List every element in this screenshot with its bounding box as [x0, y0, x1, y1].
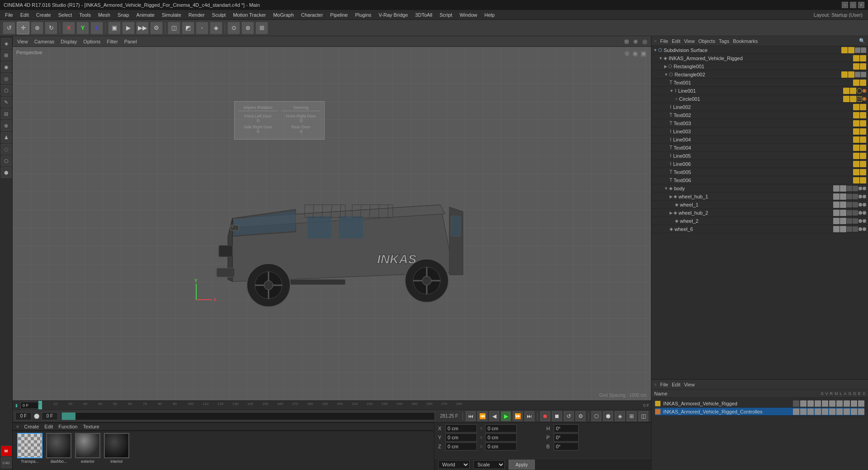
obj-row-text003[interactable]: T Text003: [651, 119, 868, 127]
menu-animate[interactable]: Animate: [133, 11, 158, 19]
obj-row-text005[interactable]: T Text005: [651, 168, 868, 176]
obj-menu-edit[interactable]: Edit: [672, 38, 680, 44]
obj-row-circle001[interactable]: ○ Circle001 ∅: [651, 95, 868, 103]
obj-arrow-subdivision[interactable]: ▼: [653, 48, 657, 52]
mat-thumb-interior[interactable]: interior: [103, 433, 130, 464]
obj-row-line005[interactable]: ⌇ Line005: [651, 152, 868, 160]
pb-goto-start[interactable]: ⏮: [466, 411, 476, 421]
left-icon-sculpt[interactable]: ◉: [1, 61, 12, 72]
vp-menu-cameras[interactable]: Cameras: [33, 38, 57, 45]
obj-row-line002[interactable]: ⌇ Line002: [651, 103, 868, 111]
pb-step-fwd[interactable]: ⏩: [513, 411, 523, 421]
menu-mesh[interactable]: Mesh: [95, 11, 113, 19]
vp-menu-view[interactable]: View: [15, 38, 30, 45]
obj-menu-view[interactable]: View: [684, 38, 695, 44]
pb-options[interactable]: ⚙: [576, 411, 585, 421]
menu-help[interactable]: Help: [481, 11, 498, 19]
obj-row-line001[interactable]: ▼ ⌇ Line001: [651, 87, 868, 95]
obj-row-inkas[interactable]: ▼ ◈ INKAS_Armored_Vehicle_Rigged: [651, 54, 868, 62]
rotate-tool-button[interactable]: ↻: [45, 22, 57, 34]
obj-arrow-inkas[interactable]: ▼: [659, 56, 663, 61]
coord-z-input2[interactable]: [485, 442, 517, 451]
menu-character[interactable]: Character: [298, 11, 326, 19]
menu-plugins[interactable]: Plugins: [352, 11, 374, 19]
pb-key3[interactable]: ◈: [615, 411, 625, 421]
pb-play[interactable]: ▶: [501, 411, 511, 421]
vp-icon-1[interactable]: ⊞: [623, 38, 630, 45]
hud-icon-2[interactable]: ◉: [632, 50, 638, 57]
undo-button[interactable]: ↺: [3, 22, 15, 34]
vp-menu-options[interactable]: Options: [81, 38, 102, 45]
edge-mode-btn[interactable]: ◩: [182, 22, 194, 34]
attr-menu-file[interactable]: File: [660, 382, 668, 387]
pb-key4[interactable]: ⊞: [627, 411, 637, 421]
pb-goto-end[interactable]: ⏭: [524, 411, 534, 421]
pb-start-frame[interactable]: [15, 412, 32, 420]
mat-thumb-exterior[interactable]: exterior: [74, 433, 101, 464]
render-settings-btn[interactable]: ⚙: [150, 22, 163, 34]
mat-menu-function[interactable]: Function: [58, 424, 77, 429]
obj-row-wheelhub1[interactable]: ▶ ◈ wheel_hub_1: [651, 193, 868, 201]
snap2-btn[interactable]: ⊕: [241, 22, 254, 34]
left-icon-model[interactable]: ◈: [1, 38, 12, 49]
pb-record[interactable]: ⏺: [540, 411, 550, 421]
coord-b-input[interactable]: [554, 442, 579, 451]
coord-y-input2[interactable]: [485, 433, 517, 442]
pb-scrubber[interactable]: [61, 412, 435, 420]
menu-file[interactable]: File: [2, 11, 16, 19]
obj-row-wheel6[interactable]: ◈ wheel_6: [651, 225, 868, 233]
y-axis-btn[interactable]: Y: [76, 22, 89, 34]
obj-row-wheelhub2[interactable]: ▶ ◈ wheel_hub_2: [651, 209, 868, 217]
obj-row-line006[interactable]: ⌇ Line006: [651, 160, 868, 168]
snap3-btn[interactable]: ⊞: [255, 22, 268, 34]
minimize-button[interactable]: −: [842, 2, 848, 8]
menu-simulate[interactable]: Simulate: [159, 11, 184, 19]
menu-render[interactable]: Render: [185, 11, 208, 19]
coord-p-input[interactable]: [554, 433, 579, 442]
menu-sculpt[interactable]: Sculpt: [209, 11, 229, 19]
left-icon-py[interactable]: ⬡: [1, 155, 12, 166]
obj-row-line003[interactable]: ⌇ Line003: [651, 127, 868, 136]
left-icon-sp[interactable]: ⊕: [1, 120, 12, 131]
menu-edit[interactable]: Edit: [17, 11, 32, 19]
z-axis-btn[interactable]: Z: [90, 22, 103, 34]
left-icon-maxon[interactable]: M: [1, 446, 12, 456]
obj-row-body[interactable]: ▼ ◈ body: [651, 184, 868, 193]
close-button[interactable]: ×: [858, 2, 864, 8]
obj-row-wheel1[interactable]: ◈ wheel_1: [651, 201, 868, 209]
vp-icon-2[interactable]: ⊕: [632, 38, 639, 45]
obj-menu-bookmarks[interactable]: Bookmarks: [733, 38, 758, 44]
left-icon-motion[interactable]: ◎: [1, 73, 12, 84]
mat-thumb-dashboard[interactable]: dashbo...: [45, 433, 72, 464]
mat-thumb-transparent[interactable]: Transpa...: [16, 433, 43, 464]
obj-row-rect001[interactable]: ▶ ⬡ Rectangle001: [651, 62, 868, 70]
hud-icon-1[interactable]: ⊕: [624, 50, 630, 57]
apply-button[interactable]: Apply: [509, 460, 535, 470]
move-tool-button[interactable]: ✛: [17, 22, 29, 34]
obj-arrow-wheelhub2[interactable]: ▶: [670, 211, 673, 215]
left-icon-misc[interactable]: ◌: [1, 144, 12, 155]
obj-arrow-line001[interactable]: ▼: [670, 89, 674, 93]
coord-transform-select[interactable]: Scale Move Rotate: [473, 460, 505, 469]
menu-create[interactable]: Create: [33, 11, 54, 19]
left-icon-texture[interactable]: ⊞: [1, 50, 12, 61]
obj-arrow-wheelhub1[interactable]: ▶: [670, 194, 673, 199]
menu-window[interactable]: Window: [456, 11, 480, 19]
mat-menu-create[interactable]: Create: [24, 424, 39, 429]
pb-scrubber-handle[interactable]: [62, 413, 75, 420]
menu-mograph[interactable]: MoGraph: [270, 11, 297, 19]
coord-y-input[interactable]: 0 cm: [445, 433, 477, 442]
scale-tool-button[interactable]: ⊕: [31, 22, 43, 34]
render-all-btn[interactable]: ▶▶: [136, 22, 149, 34]
pb-step-back[interactable]: ⏪: [477, 411, 487, 421]
render-btn[interactable]: ▶: [122, 22, 135, 34]
hud-icon-3[interactable]: ▣: [641, 50, 646, 57]
obj-arrow-body[interactable]: ▼: [664, 186, 668, 191]
menu-script[interactable]: Script: [436, 11, 455, 19]
attr-menu-view[interactable]: View: [684, 382, 695, 387]
pb-current-frame[interactable]: [42, 412, 58, 420]
coord-h-input[interactable]: [554, 424, 579, 432]
attr-menu-edit[interactable]: Edit: [672, 382, 680, 387]
menu-vray[interactable]: V-Ray Bridge: [376, 11, 411, 19]
coord-x-input2[interactable]: [485, 424, 517, 432]
